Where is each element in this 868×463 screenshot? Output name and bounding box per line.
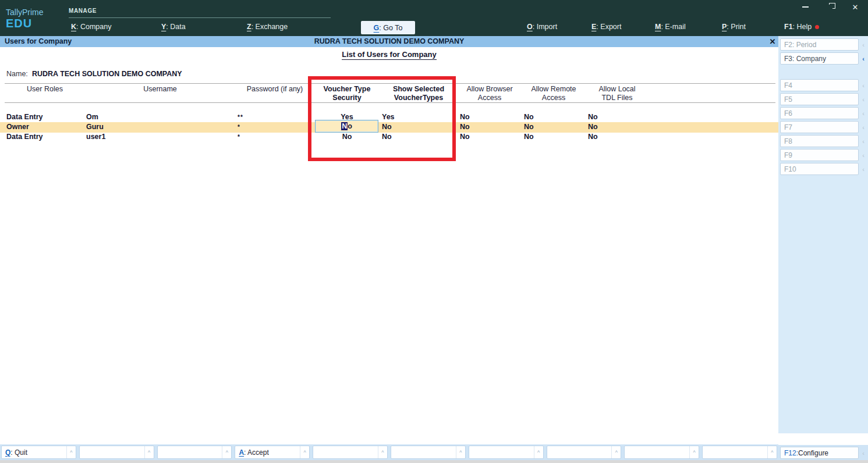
cell-allow-browser-access[interactable]: No — [460, 113, 470, 121]
menu-item-print[interactable]: P: Print — [722, 23, 746, 31]
selected-cell[interactable]: No — [315, 120, 378, 133]
quit-button[interactable]: Q: Quit^ — [1, 446, 76, 459]
cell-username[interactable]: user1 — [86, 133, 105, 141]
empty-action-cell: ^ — [313, 446, 388, 459]
chevron-up-icon[interactable]: ^ — [689, 446, 699, 458]
cell-show-selected-voucher-types[interactable]: No — [382, 123, 392, 131]
cell-allow-remote-access[interactable]: No — [524, 133, 534, 141]
cell-username[interactable]: Om — [86, 113, 98, 121]
chevron-left-icon[interactable]: ‹ — [860, 52, 867, 65]
cell-password[interactable]: * — [238, 124, 240, 130]
cell-show-selected-voucher-types[interactable]: No — [382, 133, 392, 141]
hotkey-letter: Q — [5, 448, 10, 457]
maximize-button[interactable] — [822, 2, 837, 12]
cell-username[interactable]: Guru — [86, 123, 104, 131]
cell-user-role[interactable]: Data Entry — [6, 133, 43, 141]
cell-allow-browser-access[interactable]: No — [460, 123, 470, 131]
hotkey-label: : Print — [727, 23, 746, 31]
cell-allow-local-tdl-files[interactable]: No — [588, 113, 598, 121]
chevron-up-icon[interactable]: ^ — [66, 446, 76, 458]
accept-button[interactable]: A: Accept^ — [235, 446, 310, 459]
hotkey-letter: A — [239, 448, 244, 457]
close-button[interactable]: ✕ — [848, 2, 863, 12]
column-header-user-roles: User Roles — [4, 85, 86, 94]
action-cell-label — [391, 446, 456, 458]
text-cursor: N — [341, 122, 348, 130]
fkey-button-f6: F6 — [780, 107, 859, 119]
menu-item-exchange[interactable]: Z: Exchange — [247, 23, 288, 31]
column-header-line: Show Selected — [378, 85, 459, 94]
chevron-up-icon[interactable]: ^ — [534, 446, 543, 458]
chevron-left-icon[interactable]: ‹ — [860, 135, 867, 147]
cell-voucher-type-security[interactable]: No — [315, 133, 379, 141]
chevron-up-icon[interactable]: ^ — [456, 446, 465, 458]
company-name-value: RUDRA TECH SOLUTION DEMO COMPANY — [32, 70, 182, 78]
menu-item-export[interactable]: E: Export — [591, 23, 621, 31]
table-top-rule — [5, 83, 775, 84]
fkey-button-f4: F4 — [780, 79, 859, 91]
chevron-left-icon[interactable]: ‹ — [860, 93, 867, 105]
hotkey-label: : Go To — [379, 24, 402, 32]
chevron-left-icon[interactable]: ‹ — [860, 121, 867, 133]
action-cell-label — [703, 446, 767, 458]
cell-user-role[interactable]: Owner — [6, 123, 29, 131]
column-header-allow-local-tdl-files: Allow LocalTDL Files — [576, 85, 658, 102]
column-header-line: Username — [119, 85, 201, 94]
company-name-title: RUDRA TECH SOLUTION DEMO COMPANY — [0, 37, 778, 45]
chevron-up-icon[interactable]: ^ — [378, 446, 387, 458]
cell-allow-remote-access[interactable]: No — [524, 123, 534, 131]
menu-item-help[interactable]: F1: Help — [784, 23, 819, 31]
action-cell-label — [313, 446, 378, 458]
menu-section-title: MANAGE — [69, 8, 97, 14]
empty-action-cell: ^ — [702, 446, 777, 459]
cell-show-selected-voucher-types[interactable]: Yes — [382, 113, 395, 121]
configure-button[interactable]: F12: Configure — [780, 447, 859, 459]
cell-allow-local-tdl-files[interactable]: No — [588, 133, 598, 141]
cell-password[interactable]: ** — [238, 114, 243, 120]
page-title: List of Users for Company — [0, 50, 778, 59]
chevron-left-icon[interactable]: ‹ — [860, 149, 867, 161]
menu-item-e-mail[interactable]: M: E-mail — [655, 23, 686, 31]
cell-allow-browser-access[interactable]: No — [460, 133, 470, 141]
cell-user-role[interactable]: Data Entry — [6, 113, 43, 121]
chevron-left-icon[interactable]: ‹ — [860, 79, 867, 91]
cell-allow-remote-access[interactable]: No — [524, 113, 534, 121]
action-cell-label — [80, 446, 144, 458]
column-header-line: Password (if any) — [234, 85, 316, 94]
hotkey-letter: F1 — [784, 23, 793, 31]
menu-item-company[interactable]: K: Company — [71, 23, 111, 31]
chevron-up-icon[interactable]: ^ — [611, 446, 621, 458]
menu-item-import[interactable]: O: Import — [527, 23, 557, 31]
empty-action-cell: ^ — [624, 446, 699, 459]
fkey-button-f8: F8 — [780, 135, 859, 147]
hotkey-label: : E-mail — [661, 23, 685, 31]
column-header-show-selected-vouchertypes: Show SelectedVoucherTypes — [378, 85, 459, 102]
column-header-line: Allow Local — [576, 85, 658, 94]
screen-close-icon[interactable]: ✕ — [767, 36, 778, 47]
table-header-rule — [5, 102, 775, 103]
chevron-up-icon[interactable]: ^ — [767, 446, 777, 458]
action-cell-label: A: Accept — [235, 446, 300, 458]
cell-password[interactable]: * — [238, 134, 240, 140]
chevron-up-icon[interactable]: ^ — [222, 446, 231, 458]
chevron-up-icon[interactable]: ^ — [144, 446, 154, 458]
empty-action-cell: ^ — [79, 446, 154, 459]
action-cell-label — [158, 446, 222, 458]
cell-allow-local-tdl-files[interactable]: No — [588, 123, 598, 131]
goto-button[interactable]: G: Go To — [361, 21, 415, 34]
hotkey-letter: K — [71, 23, 76, 31]
fkey-button-f3-company[interactable]: F3: Company — [780, 52, 859, 65]
hotkey-label: : Export — [596, 23, 621, 31]
hotkey-letter: G — [374, 24, 380, 32]
empty-action-cell: ^ — [157, 446, 232, 459]
chevron-left-icon[interactable]: ‹ — [860, 107, 867, 119]
configure-chevron-icon[interactable]: ‹ — [860, 447, 867, 459]
menu-item-data[interactable]: Y: Data — [161, 23, 186, 31]
chevron-left-icon[interactable]: ‹ — [860, 163, 867, 175]
column-header-password-if-any: Password (if any) — [234, 85, 316, 94]
chevron-left-icon[interactable]: ‹ — [860, 38, 867, 51]
hotkey-label: : Help — [793, 23, 812, 31]
minimize-button[interactable] — [798, 2, 813, 12]
empty-action-cell: ^ — [391, 446, 466, 459]
chevron-up-icon[interactable]: ^ — [300, 446, 309, 458]
